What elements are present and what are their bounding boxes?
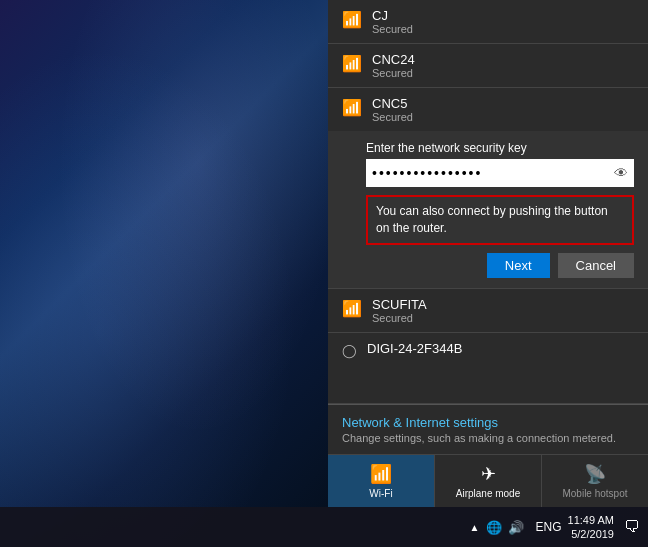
language-indicator[interactable]: ENG	[536, 520, 562, 534]
taskbar-system-icons: ▲ 🌐 🔊	[470, 520, 524, 535]
network-info-digi: DIGI-24-2F344B	[367, 341, 462, 356]
network-item-cj[interactable]: 📶 CJ Secured	[328, 0, 648, 43]
system-tray-arrow[interactable]: ▲	[470, 522, 480, 533]
taskbar-date: 5/2/2019	[571, 527, 614, 541]
network-info-cj: CJ Secured	[372, 8, 413, 35]
quick-actions-bar: 📶 Wi-Fi ✈ Airplane mode 📡 Mobile hotspot	[328, 454, 648, 507]
taskbar-right: ▲ 🌐 🔊 ENG 11:49 AM 5/2/2019 🗨	[470, 513, 640, 542]
wifi-quick-label: Wi-Fi	[369, 488, 392, 499]
security-key-input[interactable]	[366, 159, 634, 187]
security-key-label: Enter the network security key	[366, 141, 634, 155]
network-tray-icon[interactable]: 🌐	[486, 520, 502, 535]
network-name-cnc5: CNC5	[372, 96, 413, 111]
network-name-digi: DIGI-24-2F344B	[367, 341, 462, 356]
volume-tray-icon[interactable]: 🔊	[508, 520, 524, 535]
quick-action-hotspot[interactable]: 📡 Mobile hotspot	[542, 455, 648, 507]
cancel-button[interactable]: Cancel	[558, 253, 634, 278]
network-status-cnc5: Secured	[372, 111, 413, 123]
hotspot-label: Mobile hotspot	[562, 488, 627, 499]
wifi-panel: 📶 CJ Secured 📶 CNC24 Secured 📶 CNC5 Secu…	[328, 0, 648, 507]
wifi-icon: 📶	[342, 54, 362, 73]
network-item-cnc24[interactable]: 📶 CNC24 Secured	[328, 44, 648, 87]
quick-action-wifi[interactable]: 📶 Wi-Fi	[328, 455, 435, 507]
network-item-cnc5[interactable]: 📶 CNC5 Secured	[328, 88, 648, 131]
wifi-icon: 📶	[342, 10, 362, 29]
net-settings-subtitle: Change settings, such as making a connec…	[342, 432, 634, 444]
network-info-cnc24: CNC24 Secured	[372, 52, 415, 79]
router-hint-box: You can also connect by pushing the butt…	[366, 195, 634, 245]
wifi-icon: 📶	[342, 98, 362, 117]
router-hint-text: You can also connect by pushing the butt…	[376, 204, 608, 235]
quick-action-airplane[interactable]: ✈ Airplane mode	[435, 455, 542, 507]
network-info-cnc5: CNC5 Secured	[372, 96, 413, 123]
network-status-cj: Secured	[372, 23, 413, 35]
network-item-digi[interactable]: ◯ DIGI-24-2F344B	[328, 333, 648, 366]
wifi-icon: 📶	[342, 299, 362, 318]
security-key-input-wrap: 👁	[366, 159, 634, 187]
show-password-icon[interactable]: 👁	[614, 165, 628, 181]
taskbar: ▲ 🌐 🔊 ENG 11:49 AM 5/2/2019 🗨	[0, 507, 648, 547]
action-buttons: Next Cancel	[366, 253, 634, 278]
hotspot-icon: 📡	[584, 463, 606, 485]
next-button[interactable]: Next	[487, 253, 550, 278]
network-name-scufita: SCUFITA	[372, 297, 427, 312]
wifi-weak-icon: ◯	[342, 343, 357, 358]
network-info-scufita: SCUFITA Secured	[372, 297, 427, 324]
network-status-scufita: Secured	[372, 312, 427, 324]
wifi-network-list: 📶 CJ Secured 📶 CNC24 Secured 📶 CNC5 Secu…	[328, 0, 648, 403]
notification-icon[interactable]: 🗨	[624, 518, 640, 536]
net-settings-title[interactable]: Network & Internet settings	[342, 415, 634, 430]
wifi-bottom-section: Network & Internet settings Change setti…	[328, 403, 648, 507]
net-settings: Network & Internet settings Change setti…	[328, 404, 648, 454]
taskbar-time: 11:49 AM	[568, 513, 614, 527]
network-name-cj: CJ	[372, 8, 413, 23]
network-status-cnc24: Secured	[372, 67, 415, 79]
airplane-label: Airplane mode	[456, 488, 520, 499]
airplane-icon: ✈	[481, 463, 496, 485]
network-item-scufita[interactable]: 📶 SCUFITA Secured	[328, 289, 648, 332]
wifi-quick-icon: 📶	[370, 463, 392, 485]
network-expanded-cnc5: Enter the network security key 👁 You can…	[328, 131, 648, 288]
taskbar-clock[interactable]: 11:49 AM 5/2/2019	[568, 513, 614, 542]
network-name-cnc24: CNC24	[372, 52, 415, 67]
